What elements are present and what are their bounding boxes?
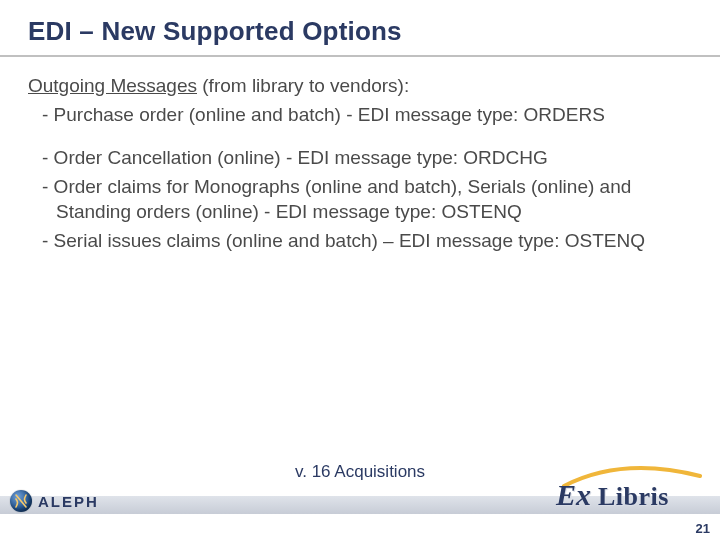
section-heading: Outgoing Messages (from library to vendo…	[28, 73, 672, 98]
bullet-item: - Serial issues claims (online and batch…	[28, 228, 672, 253]
exlibris-ex: Ex	[556, 478, 591, 512]
bullet-item: - Purchase order (online and batch) - ED…	[28, 102, 672, 127]
exlibris-logo: Ex Libris	[556, 474, 706, 514]
slide: EDI – New Supported Options Outgoing Mes…	[0, 0, 720, 540]
page-number: 21	[696, 521, 710, 536]
slide-title: EDI – New Supported Options	[0, 0, 720, 55]
section-heading-rest: (from library to vendors):	[197, 75, 409, 96]
bullet-item: - Order Cancellation (online) - EDI mess…	[28, 145, 672, 170]
aleph-glyph-icon	[13, 493, 29, 509]
paragraph-gap	[28, 131, 672, 145]
section-heading-underlined: Outgoing Messages	[28, 75, 197, 96]
exlibris-libris: Libris	[598, 482, 669, 512]
slide-body: Outgoing Messages (from library to vendo…	[0, 57, 720, 253]
aleph-wordmark: ALEPH	[38, 493, 99, 510]
aleph-logo: ALEPH	[10, 490, 99, 512]
aleph-globe-icon	[10, 490, 32, 512]
bullet-item: - Order claims for Monographs (online an…	[28, 174, 672, 224]
footer-strip	[0, 514, 720, 540]
